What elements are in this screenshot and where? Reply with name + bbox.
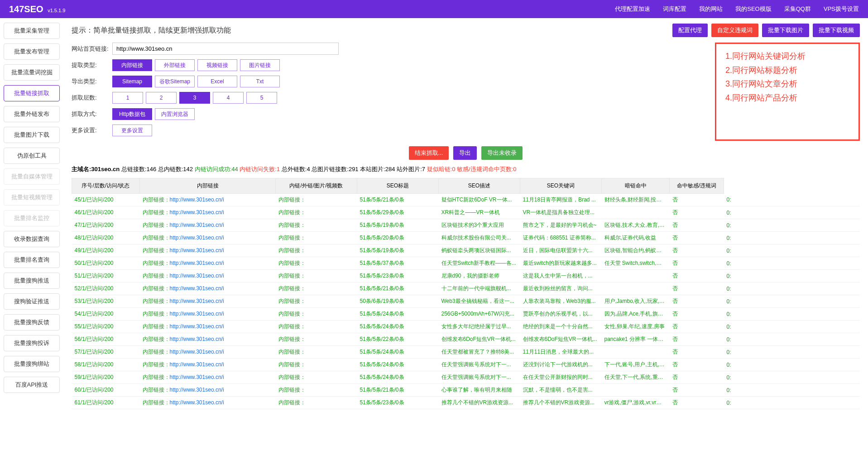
option-button[interactable]: 内部链接 xyxy=(112,59,152,71)
table-row: 45/1/已访问/200内部链接：http://www.301seo.cn/i内… xyxy=(72,194,860,206)
sidebar-item: 批量排名监控 xyxy=(4,210,60,226)
table-row: 56/1/已访问/200内部链接：http://www.301seo.cn/i内… xyxy=(72,333,860,346)
sidebar-item[interactable]: 批量搜狗投诉 xyxy=(4,335,60,351)
stat-item: 内链访问成功:44 xyxy=(193,166,238,172)
option-button[interactable]: 1 xyxy=(112,92,143,104)
topnav-item[interactable]: 词库配置 xyxy=(663,5,686,13)
sidebar-item[interactable]: 批量排名查询 xyxy=(4,252,60,268)
table-row: 47/1/已访问/200内部链接：http://www.301seo.cn/i内… xyxy=(72,219,860,232)
topnav-item[interactable]: 我的SEO模版 xyxy=(735,5,771,13)
action-buttons: 结束抓取...导出导出未收录 xyxy=(72,146,860,160)
table-header: SEO标题 xyxy=(357,178,439,194)
feature-line: 3.同行网站文章分析 xyxy=(725,77,849,91)
table-header: SEO关键词 xyxy=(520,178,602,194)
top-button[interactable]: 批量下载图片 xyxy=(762,24,809,37)
table-header: 序号/层数/访问/状态 xyxy=(72,178,140,194)
action-button[interactable]: 导出未收录 xyxy=(481,146,523,160)
table-row: 61/1/已访问/200内部链接：http://www.301seo.cn/i内… xyxy=(72,397,860,409)
top-nav: 代理配置加速词库配置我的网站我的SEO模版采集QQ群VPS拨号设置 xyxy=(615,5,859,13)
option-button[interactable]: 图片链接 xyxy=(240,59,280,71)
table-row: 51/1/已访问/200内部链接：http://www.301seo.cn/i内… xyxy=(72,270,860,283)
option-button[interactable]: 4 xyxy=(213,92,244,104)
feature-line: 1.同行网站关键词分析 xyxy=(725,49,849,63)
url-input[interactable] xyxy=(112,43,339,55)
form-label: 更多设置: xyxy=(72,126,112,134)
sidebar-item[interactable]: 批量搜狗绑站 xyxy=(4,356,60,372)
hint-text: 提示：简单批量链接抓取，陆续更新增强抓取功能 xyxy=(72,26,231,35)
form-label: 抓取方式: xyxy=(72,110,112,118)
option-button[interactable]: Txt xyxy=(240,76,280,87)
action-button[interactable]: 结束抓取... xyxy=(409,146,449,160)
topnav-item[interactable]: 代理配置加速 xyxy=(615,5,650,13)
table-row: 46/1/已访问/200内部链接：http://www.301seo.cn/i内… xyxy=(72,206,860,219)
stat-item: 总链接数:146 xyxy=(120,166,156,172)
feature-line: 2.同行网站标题分析 xyxy=(725,63,849,77)
form-label: 提取类型: xyxy=(72,61,112,69)
stat-item: 本站图片:284 xyxy=(359,166,395,172)
option-button[interactable]: 外部链接 xyxy=(155,59,195,71)
sidebar-item[interactable]: 伪原创工具 xyxy=(4,148,60,164)
topnav-item[interactable]: 采集QQ群 xyxy=(784,5,811,13)
option-button[interactable]: 内置浏览器 xyxy=(155,108,195,120)
table-row: 60/1/已访问/200内部链接：http://www.301seo.cn/i内… xyxy=(72,384,860,397)
action-button[interactable]: 导出 xyxy=(453,146,477,160)
result-table: 序号/层数/访问/状态内部链接内链/外链/图片/视频数SEO标题SEO描述SEO… xyxy=(72,178,860,409)
table-header: 内部链接 xyxy=(140,178,276,194)
version-text: v1.5.1.9 xyxy=(48,8,65,13)
sidebar-item[interactable]: 批量链接抓取 xyxy=(4,85,60,101)
stats-bar: 主域名:301seo.cn 总链接数:146 总内链数:142 内链访问成功:4… xyxy=(72,165,860,173)
sidebar: 批量采集管理批量发布管理批量流量词挖掘批量链接抓取批量外链发布批量图片下载伪原创… xyxy=(0,18,63,415)
top-button[interactable]: 配置代理 xyxy=(672,24,708,37)
table-row: 53/1/已访问/200内部链接：http://www.301seo.cn/i内… xyxy=(72,295,860,308)
sidebar-item[interactable]: 批量发布管理 xyxy=(4,43,60,60)
sidebar-item[interactable]: 批量流量词挖掘 xyxy=(4,64,60,81)
top-button[interactable]: 自定义违规词 xyxy=(711,24,758,37)
stat-item: 总内链数:142 xyxy=(156,166,193,172)
table-row: 58/1/已访问/200内部链接：http://www.301seo.cn/i内… xyxy=(72,359,860,371)
topnav-item[interactable]: VPS拨号设置 xyxy=(824,5,859,13)
option-button[interactable]: 5 xyxy=(246,92,277,104)
sidebar-item[interactable]: 批量采集管理 xyxy=(4,23,60,39)
sidebar-item: 批量自媒体管理 xyxy=(4,168,60,185)
sidebar-item[interactable]: 批量外链发布 xyxy=(4,106,60,122)
table-row: 52/1/已访问/200内部链接：http://www.301seo.cn/i内… xyxy=(72,283,860,295)
form-label: 导出类型: xyxy=(72,77,112,86)
option-button[interactable]: Http数据包 xyxy=(112,108,152,120)
stat-item: 敏感/违规词命中页数:0 xyxy=(455,166,516,172)
option-button[interactable]: Sitemap xyxy=(112,76,152,87)
option-button[interactable]: 更多设置 xyxy=(112,125,152,136)
sidebar-item: 批量短视频管理 xyxy=(4,189,60,206)
topnav-item[interactable]: 我的网站 xyxy=(699,5,723,13)
table-header: 暗链命中 xyxy=(602,178,670,194)
sidebar-item[interactable]: 批量图片下载 xyxy=(4,127,60,143)
stat-item: 总外链数:4 xyxy=(280,166,310,172)
option-button[interactable]: 谷歌Sitemap xyxy=(155,76,195,87)
table-row: 57/1/已访问/200内部链接：http://www.301seo.cn/i内… xyxy=(72,346,860,359)
sidebar-item[interactable]: 收录数据查询 xyxy=(4,231,60,247)
url-label: 网站首页链接: xyxy=(72,45,112,53)
top-button[interactable]: 批量下载视频 xyxy=(813,24,860,37)
table-row: 50/1/已访问/200内部链接：http://www.301seo.cn/i内… xyxy=(72,257,860,270)
sidebar-item[interactable]: 批量搜狗反馈 xyxy=(4,314,60,330)
option-button[interactable]: Excel xyxy=(197,76,237,87)
table-row: 54/1/已访问/200内部链接：http://www.301seo.cn/i内… xyxy=(72,308,860,321)
top-button-row: 配置代理自定义违规词批量下载图片批量下载视频 xyxy=(672,24,860,37)
feature-line: 4.同行网站产品分析 xyxy=(725,91,849,105)
top-header: 147SEO v1.5.1.9 代理配置加速词库配置我的网站我的SEO模版采集Q… xyxy=(0,0,868,18)
logo-text: 147SEO xyxy=(9,4,43,14)
table-header: 内链/外链/图片/视频数 xyxy=(276,178,357,194)
sidebar-item[interactable]: 搜狗验证推送 xyxy=(4,293,60,310)
table-header: 命中敏感/违规词 xyxy=(670,178,724,194)
option-button[interactable]: 3 xyxy=(179,92,210,104)
form-label: 抓取层数: xyxy=(72,94,112,102)
sidebar-item[interactable]: 批量搜狗推送 xyxy=(4,273,60,289)
stat-item: 总图片链接数:291 xyxy=(310,166,359,172)
logo: 147SEO v1.5.1.9 xyxy=(9,4,65,14)
main-content: 提示：简单批量链接抓取，陆续更新增强抓取功能 配置代理自定义违规词批量下载图片批… xyxy=(63,18,868,415)
option-button[interactable]: 视频链接 xyxy=(197,59,237,71)
stat-item: 疑似暗链:0 xyxy=(425,166,455,172)
sidebar-item[interactable]: 百度API推送 xyxy=(4,377,60,393)
table-row: 55/1/已访问/200内部链接：http://www.301seo.cn/i内… xyxy=(72,321,860,333)
option-button[interactable]: 2 xyxy=(146,92,177,104)
table-row: 49/1/已访问/200内部链接：http://www.301seo.cn/i内… xyxy=(72,244,860,257)
